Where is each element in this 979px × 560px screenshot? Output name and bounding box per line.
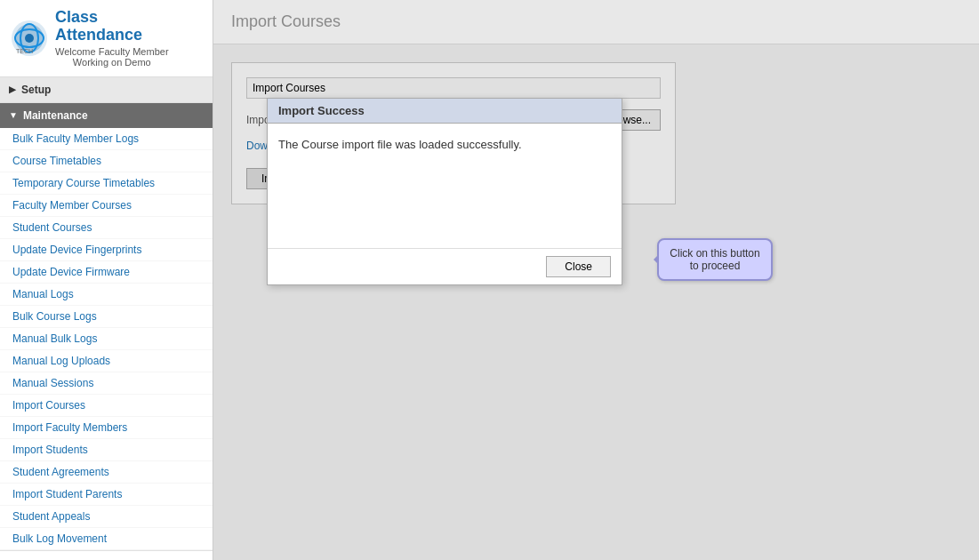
close-button[interactable]: Close	[546, 256, 611, 277]
sidebar-item-6[interactable]: Update Device Firmware	[0, 261, 213, 284]
sidebar-item-18[interactable]: Bulk Log Movement	[0, 528, 213, 550]
sidebar-item-15[interactable]: Student Agreements	[0, 461, 213, 484]
maintenance-header[interactable]: ▼ Maintenance	[0, 103, 213, 128]
app-title-line1: Class	[55, 9, 169, 27]
svg-point-4	[25, 34, 34, 43]
app-title-line2: Attendance	[55, 27, 169, 44]
sidebar: TECH Class Attendance Welcome Faculty Me…	[0, 0, 213, 560]
sidebar-item-11[interactable]: Manual Sessions	[0, 372, 213, 395]
sidebar-item-17[interactable]: Student Appeals	[0, 506, 213, 528]
sidebar-item-14[interactable]: Import Students	[0, 439, 213, 461]
nav-items-container: Bulk Faculty Member LogsCourse Timetable…	[0, 128, 213, 550]
sidebar-item-8[interactable]: Bulk Course Logs	[0, 306, 213, 328]
modal-footer: Close Click on this button to proceed	[268, 248, 622, 284]
svg-text:TECH: TECH	[16, 48, 33, 54]
sidebar-item-0[interactable]: Bulk Faculty Member Logs	[0, 128, 213, 150]
sidebar-scroll[interactable]: ▶ Setup ▼ Maintenance Bulk Faculty Membe…	[0, 77, 213, 560]
modal-overlay: Import Success The Course import file wa…	[213, 44, 979, 560]
import-success-modal: Import Success The Course import file wa…	[267, 98, 622, 285]
sidebar-item-5[interactable]: Update Device Fingerprints	[0, 239, 213, 261]
sidebar-item-13[interactable]: Import Faculty Members	[0, 417, 213, 439]
sidebar-item-4[interactable]: Student Courses	[0, 217, 213, 239]
page-header: Import Courses	[213, 0, 979, 44]
maintenance-label: Maintenance	[23, 109, 88, 122]
modal-body: The Course import file was loaded succes…	[268, 124, 622, 248]
page-title: Import Courses	[231, 12, 341, 30]
maintenance-section: ▼ Maintenance Bulk Faculty Member LogsCo…	[0, 103, 213, 551]
setup-label: Setup	[21, 84, 51, 96]
sidebar-item-3[interactable]: Faculty Member Courses	[0, 195, 213, 217]
setup-arrow-icon: ▶	[9, 84, 16, 94]
sidebar-item-9[interactable]: Manual Bulk Logs	[0, 328, 213, 350]
sidebar-item-12[interactable]: Import Courses	[0, 395, 213, 417]
sidebar-item-7[interactable]: Manual Logs	[0, 284, 213, 306]
sidebar-item-10[interactable]: Manual Log Uploads	[0, 350, 213, 372]
app-logo: TECH	[11, 20, 48, 57]
sidebar-item-16[interactable]: Import Student Parents	[0, 484, 213, 506]
tooltip-callout: Click on this button to proceed	[657, 238, 773, 281]
sidebar-item-1[interactable]: Course Timetables	[0, 150, 213, 172]
tooltip-text: Click on this button to proceed	[670, 247, 759, 272]
maintenance-arrow-icon: ▼	[9, 110, 18, 120]
sidebar-item-2[interactable]: Temporary Course Timetables	[0, 172, 213, 195]
setup-section: ▶ Setup	[0, 77, 213, 103]
modal-title: Import Success	[268, 99, 622, 124]
setup-header[interactable]: ▶ Setup	[0, 77, 213, 102]
main-area: Import Courses Import File Browse... Dow…	[213, 0, 979, 560]
sidebar-header: TECH Class Attendance Welcome Faculty Me…	[0, 0, 213, 77]
app-subtitle: Welcome Faculty Member Working on Demo	[55, 46, 169, 68]
app-title: Class Attendance Welcome Faculty Member …	[55, 9, 169, 68]
main-content: Import File Browse... Download a sample …	[213, 44, 979, 560]
modal-message: The Course import file was loaded succes…	[278, 138, 522, 151]
